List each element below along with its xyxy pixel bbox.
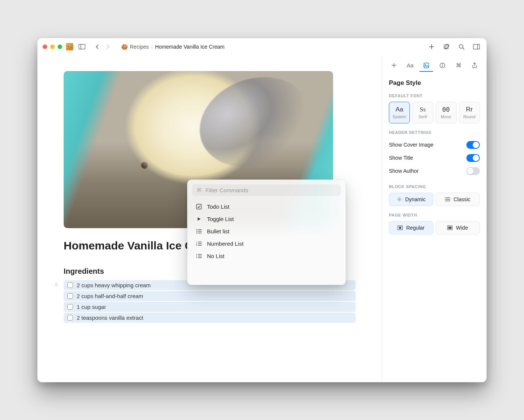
command-item[interactable]: Bullet list [188, 225, 345, 237]
font-sample: Rr [466, 106, 473, 113]
svg-point-12 [196, 232, 198, 233]
spacing-option-classic[interactable]: Classic [436, 193, 480, 206]
inspector-tab-info[interactable] [436, 60, 449, 72]
svg-rect-20 [196, 254, 197, 255]
checkbox-icon[interactable] [67, 282, 73, 288]
breadcrumb-current[interactable]: Homemade Vanilla Ice Cream [155, 44, 225, 50]
checkbox-icon [196, 204, 202, 209]
compose-button[interactable] [442, 42, 451, 51]
inspector-title: Page Style [389, 79, 480, 87]
font-sample: Aa [396, 106, 403, 113]
checkbox-icon[interactable] [67, 293, 73, 299]
checkbox-icon[interactable] [67, 304, 73, 310]
command-palette: ⌘ Filter Commands Todo ListToggle ListBu… [187, 180, 346, 285]
toggle-switch[interactable] [466, 167, 480, 175]
svg-rect-46 [448, 227, 452, 229]
svg-rect-0 [79, 45, 85, 49]
command-item[interactable]: No List [188, 250, 345, 262]
todo-item[interactable]: 2 cups half-and-half cream [64, 291, 356, 301]
main-content: Homemade Vanilla Ice Cream Ingredients ⠿… [37, 56, 382, 382]
toggle-inspector-button[interactable] [472, 42, 481, 51]
svg-rect-19 [198, 245, 202, 246]
nav-back-button[interactable] [92, 42, 102, 51]
svg-rect-44 [399, 227, 401, 229]
svg-point-32 [397, 199, 398, 200]
svg-rect-21 [198, 254, 202, 255]
spacing-option-dynamic[interactable]: Dynamic [389, 193, 433, 206]
app-icon: 🐝 [66, 43, 73, 50]
svg-point-36 [398, 198, 399, 199]
svg-rect-17 [198, 243, 202, 244]
toggle-row: Show Cover Image [389, 138, 480, 151]
minimize-window-button[interactable] [50, 45, 55, 49]
width-option-regular[interactable]: Regular [389, 221, 433, 234]
bullet-list-icon [196, 229, 202, 234]
body: Homemade Vanilla Ice Cream Ingredients ⠿… [37, 56, 487, 382]
width-option-wide[interactable]: Wide [436, 221, 480, 234]
toggle-sidebar-button[interactable] [77, 42, 87, 51]
segment-label: Dynamic [405, 196, 426, 202]
command-item[interactable]: Todo List [188, 200, 345, 213]
segment-label: Regular [406, 225, 424, 231]
segment-label: Classic [454, 196, 470, 202]
maximize-window-button[interactable] [58, 45, 62, 49]
inspector-tabs: Aa ⌘ [382, 56, 487, 72]
svg-rect-7 [196, 204, 201, 209]
search-button[interactable] [457, 42, 466, 51]
font-name-label: Serif [418, 114, 427, 119]
svg-point-33 [400, 199, 401, 200]
svg-point-34 [399, 197, 400, 198]
block-spacing-label: BLOCK SPACING [389, 184, 480, 189]
inspector-tab-add[interactable] [387, 60, 400, 72]
inspector-tab-shortcuts[interactable]: ⌘ [452, 60, 465, 72]
command-item[interactable]: 123Numbered List [188, 237, 345, 250]
font-option-system[interactable]: AaSystem [389, 102, 410, 123]
drag-handle-icon[interactable]: ⠿ [55, 282, 57, 288]
cookie-icon: 🍪 [121, 44, 128, 50]
svg-rect-30 [442, 65, 443, 67]
svg-rect-22 [196, 255, 197, 256]
svg-rect-24 [196, 257, 197, 258]
font-name-label: Mono [441, 114, 451, 119]
todo-item[interactable]: 1 cup sugar [64, 302, 356, 312]
breadcrumb-parent[interactable]: Recipes [130, 44, 149, 50]
checkbox-icon[interactable] [67, 315, 73, 321]
svg-rect-13 [198, 233, 202, 233]
svg-point-35 [399, 200, 400, 201]
font-option-serif[interactable]: SsSerif [412, 102, 433, 123]
numbered-list-icon: 123 [196, 241, 202, 246]
svg-text:3: 3 [196, 244, 197, 246]
new-button[interactable] [427, 42, 436, 51]
todo-item-label: 2 teaspoons vanilla extract [77, 315, 143, 321]
toggle-switch[interactable] [466, 154, 480, 162]
svg-rect-23 [198, 255, 202, 256]
command-item[interactable]: Toggle List [188, 213, 345, 225]
command-item-label: Todo List [207, 203, 229, 210]
toggle-label: Show Title [389, 155, 413, 161]
command-item-label: Numbered List [207, 240, 244, 247]
toggle-switch[interactable] [466, 141, 480, 149]
font-option-round[interactable]: RrRound [459, 102, 480, 123]
svg-rect-11 [198, 231, 202, 232]
chevron-right-icon: › [151, 44, 153, 50]
todo-item-label: 2 cups heavy whipping cream [77, 282, 151, 288]
close-window-button[interactable] [43, 45, 47, 49]
inspector-tab-style[interactable] [420, 60, 433, 72]
svg-point-38 [398, 200, 399, 201]
svg-rect-5 [473, 45, 480, 49]
ingredients-list: ⠿2 cups heavy whipping cream2 cups half-… [64, 280, 356, 323]
todo-item-label: 1 cup sugar [77, 304, 106, 310]
inspector-tab-text[interactable]: Aa [403, 60, 417, 72]
no-list-icon [196, 254, 202, 258]
svg-point-27 [425, 64, 426, 65]
app-window: 🐝 🍪 Recipes › Homemade Vanilla Ice Cream [37, 38, 487, 382]
svg-rect-25 [198, 257, 202, 258]
svg-point-29 [442, 64, 443, 65]
command-search-input[interactable]: ⌘ Filter Commands [192, 184, 341, 196]
todo-item[interactable]: 2 teaspoons vanilla extract [64, 313, 356, 323]
nav-forward-button[interactable] [103, 42, 113, 51]
font-option-mono[interactable]: 00Mono [436, 102, 457, 123]
page-width-label: PAGE WIDTH [389, 213, 480, 217]
inspector-tab-share[interactable] [468, 60, 481, 72]
command-search-placeholder: Filter Commands [205, 187, 248, 193]
